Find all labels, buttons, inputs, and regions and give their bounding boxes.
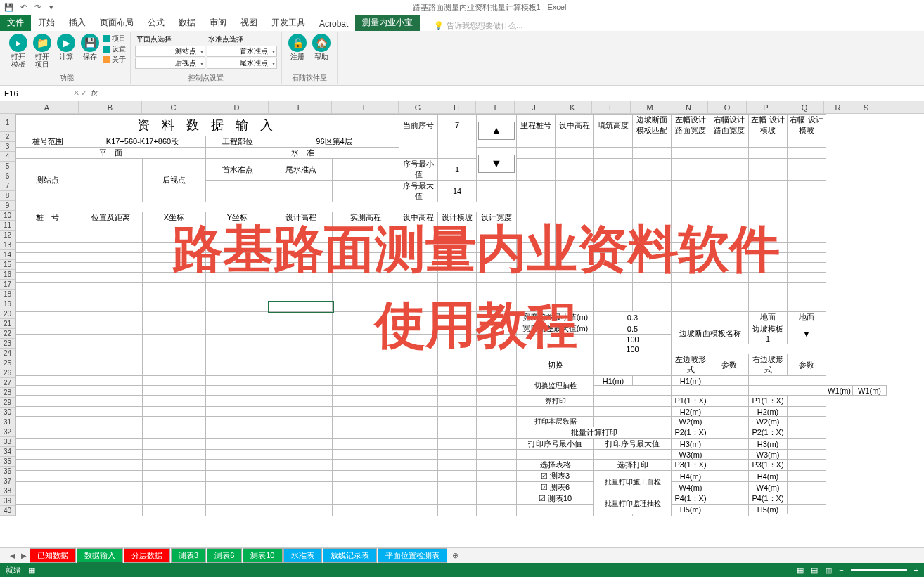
select-all-corner[interactable] [0, 101, 15, 114]
project-option[interactable]: 项目 [103, 34, 126, 44]
row-header-12[interactable]: 12 [0, 231, 15, 240]
row-header-37[interactable]: 37 [0, 476, 15, 486]
tab-data[interactable]: 数据 [172, 15, 203, 31]
sheet-tab-input[interactable]: 数据输入 [77, 548, 123, 564]
col-header-I[interactable]: I [476, 101, 515, 113]
tab-dev[interactable]: 开发工具 [264, 15, 312, 31]
row-header-29[interactable]: 29 [0, 398, 15, 408]
row-header-24[interactable]: 24 [0, 349, 15, 358]
col-header-P[interactable]: P [747, 101, 785, 113]
tab-home[interactable]: 开始 [31, 15, 62, 31]
col-header-B[interactable]: B [79, 101, 142, 113]
row-header-1[interactable]: 1 [0, 114, 15, 132]
view-break-icon[interactable]: ▥ [825, 566, 832, 575]
row-header-13[interactable]: 13 [0, 240, 15, 250]
col-header-C[interactable]: C [142, 101, 205, 113]
spreadsheet-grid[interactable]: ABCDEFGHIJKLMNOPQRS 12345678910111213141… [0, 101, 924, 516]
sheet-tab-plane[interactable]: 平面位置检测表 [378, 548, 447, 563]
tab-insert[interactable]: 插入 [62, 15, 93, 31]
sheet-tab-t3[interactable]: 测表3 [171, 548, 206, 563]
settings-option[interactable]: 设置 [103, 44, 126, 54]
view-layout-icon[interactable]: ▤ [811, 566, 818, 575]
row-header-39[interactable]: 39 [0, 496, 15, 506]
col-header-A[interactable]: A [15, 101, 79, 113]
sheet-tab-t10[interactable]: 测表10 [243, 548, 282, 563]
row-header-7[interactable]: 7 [0, 181, 15, 191]
col-header-H[interactable]: H [437, 101, 476, 113]
view-normal-icon[interactable]: ▦ [797, 566, 804, 575]
col-header-F[interactable]: F [332, 101, 399, 113]
row-header-31[interactable]: 31 [0, 417, 15, 427]
register-button[interactable]: 🔒注册 [286, 32, 309, 62]
enter-icon[interactable]: ✓ [81, 89, 87, 98]
open-template-button[interactable]: ▸打开 模板 [7, 32, 30, 70]
sheet-tab-level[interactable]: 水准表 [283, 548, 322, 563]
sheet-tab-layer[interactable]: 分层数据 [124, 548, 170, 563]
row-header-40[interactable]: 40 [0, 506, 15, 516]
row-header-21[interactable]: 21 [0, 319, 15, 329]
row-header-35[interactable]: 35 [0, 457, 15, 467]
row-header-36[interactable]: 36 [0, 467, 15, 476]
qat-dropdown-icon[interactable]: ▾ [45, 1, 58, 14]
row-header-34[interactable]: 34 [0, 447, 15, 457]
backsight-input[interactable]: 后视点 [135, 58, 205, 69]
row-header-19[interactable]: 19 [0, 299, 15, 309]
row-header-28[interactable]: 28 [0, 388, 15, 398]
tab-nav-next[interactable]: ▶ [18, 552, 30, 559]
row-header-10[interactable]: 10 [0, 211, 15, 221]
cancel-icon[interactable]: ✕ [73, 89, 79, 98]
sheet-tab-t6[interactable]: 测表6 [207, 548, 242, 563]
tab-formulas[interactable]: 公式 [141, 15, 172, 31]
col-header-D[interactable]: D [205, 101, 269, 113]
col-header-N[interactable]: N [669, 101, 708, 113]
tell-me-search[interactable]: 💡告诉我您想要做什么... [434, 20, 522, 31]
up-arrow-button[interactable]: ▲ [478, 122, 515, 140]
row-header-6[interactable]: 6 [0, 171, 15, 181]
row-header-23[interactable]: 23 [0, 339, 15, 349]
col-header-O[interactable]: O [708, 101, 747, 113]
tab-custom[interactable]: 测量内业小宝 [355, 15, 420, 31]
col-header-G[interactable]: G [399, 101, 437, 113]
tab-file[interactable]: 文件 [0, 15, 31, 31]
save-icon[interactable]: 💾 [3, 1, 15, 14]
fx-icon[interactable]: fx [89, 89, 101, 98]
col-header-S[interactable]: S [852, 101, 880, 113]
col-header-E[interactable]: E [269, 101, 332, 113]
redo-icon[interactable]: ↷ [31, 1, 44, 14]
template-dropdown[interactable]: ▼ [788, 323, 826, 344]
row-header-9[interactable]: 9 [0, 201, 15, 211]
zoom-in-icon[interactable]: + [914, 566, 918, 574]
row-header-11[interactable]: 11 [0, 221, 15, 231]
down-arrow-button[interactable]: ▼ [478, 155, 515, 173]
row-header-2[interactable]: 2 [0, 132, 15, 142]
cells-area[interactable]: 资 料 数 据 输 入当前序号7▲里程桩号设中高程填筑高度边坡断面 模板匹配左幅… [15, 114, 924, 516]
row-header-30[interactable]: 30 [0, 408, 15, 417]
row-header-27[interactable]: 27 [0, 378, 15, 388]
formula-bar[interactable] [103, 92, 924, 95]
tab-nav-prev[interactable]: ◀ [7, 552, 18, 559]
row-header-17[interactable]: 17 [0, 280, 15, 290]
row-header-18[interactable]: 18 [0, 290, 15, 299]
sheet-tab-known[interactable]: 已知数据 [30, 548, 76, 563]
col-header-K[interactable]: K [553, 101, 592, 113]
col-header-M[interactable]: M [631, 101, 669, 113]
about-option[interactable]: 关于 [103, 55, 126, 65]
row-header-33[interactable]: 33 [0, 437, 15, 447]
name-box[interactable]: E16 [0, 88, 70, 99]
help-button[interactable]: 🏠帮助 [310, 32, 333, 62]
row-header-25[interactable]: 25 [0, 358, 15, 368]
col-header-J[interactable]: J [515, 101, 553, 113]
row-header-32[interactable]: 32 [0, 427, 15, 437]
sheet-tab-stake[interactable]: 放线记录表 [323, 548, 377, 563]
record-icon[interactable]: ▦ [28, 566, 35, 575]
row-header-20[interactable]: 20 [0, 309, 15, 319]
row-header-16[interactable]: 16 [0, 270, 15, 280]
row-header-26[interactable]: 26 [0, 368, 15, 378]
zoom-out-icon[interactable]: − [839, 566, 843, 574]
row-header-14[interactable]: 14 [0, 250, 15, 260]
add-sheet-button[interactable]: ⊕ [448, 550, 463, 562]
start-level-input[interactable]: 首水准点 [207, 46, 277, 57]
col-header-L[interactable]: L [592, 101, 631, 113]
row-header-3[interactable]: 3 [0, 142, 15, 152]
row-header-5[interactable]: 5 [0, 162, 15, 171]
